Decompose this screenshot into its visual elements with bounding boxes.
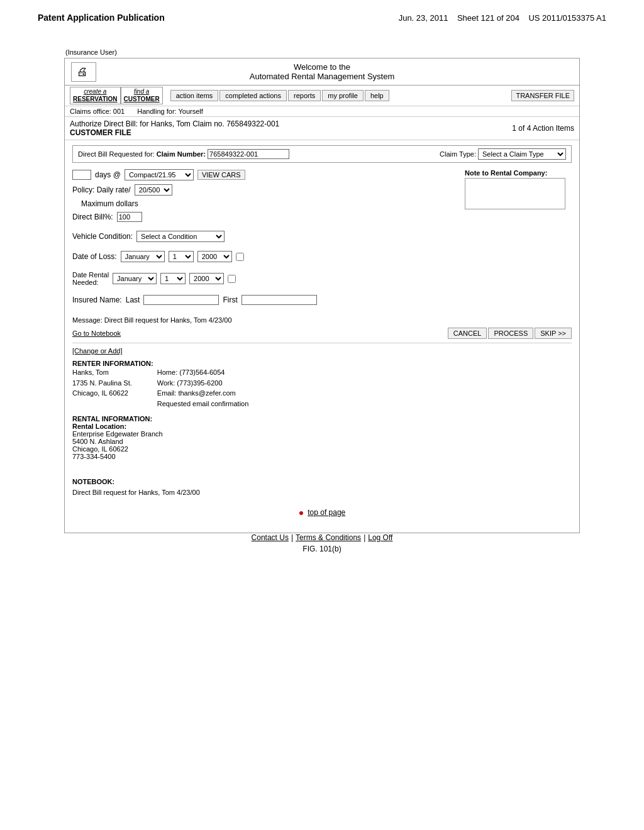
action-buttons: CANCEL PROCESS SKIP >> [448,328,572,339]
date-loss-row: Date of Loss: January 1 2000 [72,251,452,262]
date-loss-year-select[interactable]: 2000 [197,251,232,262]
note-textarea[interactable] [465,178,565,209]
date-loss-label: Date of Loss: [72,252,117,261]
form-columns: days @ Compact/21.95 VIEW CARS Policy: D… [72,169,572,309]
direct-bill-input[interactable] [117,212,142,222]
help-tab[interactable]: help [365,90,389,101]
claim-number-section: Direct Bill Requested for: Claim Number: [78,149,289,159]
renter-info-columns: Hanks, Tom 1735 N. Paulina St. Chicago, … [72,367,572,409]
cancel-button[interactable]: CANCEL [448,328,487,339]
renter-info-header: RENTER INFORMATION: [72,360,572,367]
date-loss-day-select[interactable]: 1 [169,251,194,262]
rental-location-label: Rental Location: [72,423,572,430]
authorize-text: Authorize Direct Bill: for Hanks, Tom Cl… [70,119,279,128]
max-dollars-row: Maximum dollars [72,199,452,208]
completed-actions-tab[interactable]: completed actions [219,90,287,101]
date-rental-label: Date RentalNeeded: [72,271,109,286]
rental-location-strong: Rental Location: [72,423,126,430]
insured-last-input[interactable] [143,295,219,305]
claim-type-select[interactable]: Select a Claim Type [478,148,566,160]
separator-1: | [291,533,293,542]
create-reservation-link[interactable]: create aRESERVATION [70,87,121,104]
action-count: 1 of 4 Action Items [512,124,574,133]
notebook-row: Go to Notebook CANCEL PROCESS SKIP >> [72,328,572,339]
days-row: days @ Compact/21.95 VIEW CARS [72,169,452,180]
go-notebook-link[interactable]: Go to Notebook [72,329,121,337]
rental-info-section: RENTAL INFORMATION: Rental Location: Ent… [72,415,572,460]
my-profile-tab[interactable]: my profile [322,90,364,101]
customer-file-label: CUSTOMER FILE [70,128,131,137]
insured-first-input[interactable] [242,295,317,305]
log-off-link[interactable]: Log Off [368,533,392,542]
contact-us-link[interactable]: Contact Us [252,533,289,542]
renter-name: Hanks, Tom [72,367,132,378]
find-customer-link[interactable]: find aCUSTOMER [121,87,163,104]
rental-info-header: RENTAL INFORMATION: [72,415,572,423]
welcome-line1: Welcome to the [250,62,395,72]
date-rental-year-select[interactable]: 2000 [189,273,224,284]
renter-contact-col: Home: (773)564-6054 Work: (773)395-6200 … [157,367,249,409]
top-of-page-link[interactable]: top of page [308,508,345,517]
renter-info-section: RENTER INFORMATION: Hanks, Tom 1735 N. P… [72,360,572,409]
condition-select[interactable]: Select a Condition [136,231,225,242]
form-left: days @ Compact/21.95 VIEW CARS Policy: D… [72,169,452,309]
top-of-page: ● top of page [72,507,572,517]
renter-home: Home: (773)564-6054 [157,367,249,378]
date-loss-month-select[interactable]: January [121,251,165,262]
printer-icon: 🖨 [77,65,88,79]
rental-city: Chicago, IL 60622 [72,445,572,453]
nav-left: create aRESERVATION find aCUSTOMER [70,87,163,104]
system-name: Automated Rental Management System [250,72,395,81]
section-divider-1 [72,343,572,343]
note-section: Note to Rental Company: [458,169,572,309]
rate-select[interactable]: 20/500 [135,184,172,196]
top-icon: ● [299,507,304,517]
claim-type-label: Claim Type: [440,150,476,158]
maximum-label: Maximum dollars [72,199,138,208]
first-label: First [223,296,237,304]
renter-address-col: Hanks, Tom 1735 N. Paulina St. Chicago, … [72,367,132,409]
main-ui-container: 🖨 Welcome to the Automated Rental Manage… [64,58,580,533]
process-button[interactable]: PROCESS [488,328,533,339]
rental-phone: 773-334-5400 [72,453,572,460]
fig-label: FIG. 101(b) [38,545,606,553]
last-label: Last [126,296,140,304]
view-cars-button[interactable]: VIEW CARS [197,170,245,180]
patent-publication-label: Patent Application Publication [38,13,165,23]
renter-work: Work: (773)395-6200 [157,378,249,389]
nav-tabs: action items completed actions reports m… [170,90,574,101]
action-items-tab[interactable]: action items [170,90,219,101]
insured-name-row: Insured Name: Last First [72,295,452,305]
notebook-section: NOTEBOOK: Direct Bill request for Hanks,… [72,477,572,497]
header-bar: 🖨 Welcome to the Automated Rental Manage… [65,58,579,86]
footer: Contact Us | Terms & Conditions | Log Of… [38,533,606,553]
days-input[interactable] [72,170,91,180]
compact-select[interactable]: Compact/21.95 [125,169,194,180]
date-rental-checkbox[interactable] [228,275,236,283]
direct-bill-row: Direct Bill%: [72,212,452,222]
renter-city: Chicago, IL 60622 [72,388,132,399]
reports-tab[interactable]: reports [288,90,321,101]
date-rental-day-select[interactable]: 1 [160,273,186,284]
skip-button[interactable]: SKIP >> [535,328,572,339]
change-add-section: [Change or Add] [72,347,572,355]
patent-info: Jun. 23, 2011 Sheet 121 of 204 US 2011/0… [399,13,606,23]
transfer-file-button[interactable]: TRANSFER FILE [511,90,574,101]
message-line: Message: Direct Bill request for Hanks, … [72,316,572,324]
policy-label: Policy: Daily rate/ [72,185,131,194]
claim-number-input[interactable] [208,149,289,159]
handling-for: Handling for: Yourself [137,108,203,115]
claim-number-label: Claim Number: [157,150,206,158]
terms-link[interactable]: Terms & Conditions [296,533,361,542]
insured-name-label: Insured Name: [72,296,122,304]
date-loss-checkbox[interactable] [236,253,244,261]
date-rental-month-select[interactable]: January [113,273,157,284]
notebook-header: NOTEBOOK: [72,477,572,487]
rental-branch: Enterprise Edgewater Branch [72,430,572,438]
nav-bar: create aRESERVATION find aCUSTOMER actio… [65,86,579,106]
renter-email-confirm: Requested email confirmation [157,399,249,409]
requested-for-label: Direct Bill Requested for: [78,150,155,158]
change-add-link[interactable]: [Change or Add] [72,347,123,355]
footer-links: Contact Us | Terms & Conditions | Log Of… [38,533,606,542]
authorize-info: Authorize Direct Bill: for Hanks, Tom Cl… [70,119,279,137]
